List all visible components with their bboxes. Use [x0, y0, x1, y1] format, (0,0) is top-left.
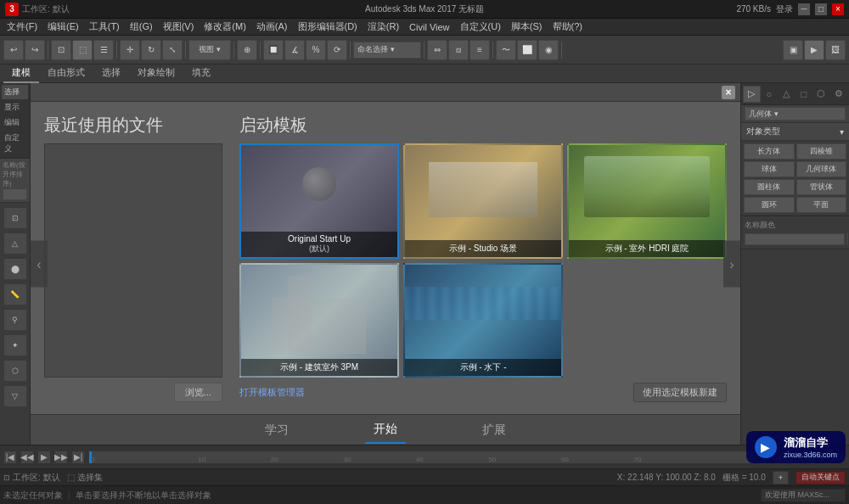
object-type-header[interactable]: 对象类型 ▾ [741, 123, 849, 141]
cmd-tab-custom[interactable]: 自定义 [2, 131, 28, 156]
menu-item-render[interactable]: 渲染(R) [363, 19, 404, 35]
obj-box-btn[interactable]: 长方体 [744, 143, 795, 160]
maxscript-input[interactable]: 欢迎使用 MAXSc... [761, 489, 846, 502]
cmd-tab-select[interactable]: 选择 [2, 85, 28, 99]
rp-icon-utilities[interactable]: ⚙ [830, 86, 847, 103]
obj-tube-btn[interactable]: 管状体 [796, 179, 847, 195]
menu-item-animation[interactable]: 动画(A) [251, 19, 293, 35]
template-original[interactable]: Original Start Up (默认) [239, 143, 399, 259]
menu-item-file[interactable]: 文件(F) [2, 19, 42, 35]
menu-item-custom[interactable]: 自定义(U) [455, 19, 506, 35]
dialog-close-btn[interactable]: × [722, 86, 735, 99]
tab-modeling[interactable]: 建模 [3, 64, 39, 83]
tab-paint[interactable]: 对象绘制 [129, 64, 183, 83]
material-btn[interactable]: ◉ [538, 40, 559, 60]
snap-percent-btn[interactable]: % [306, 40, 326, 60]
timeline-forward-btn[interactable]: ▶▶ [54, 451, 68, 464]
menu-item-modifier[interactable]: 修改器(M) [199, 19, 251, 35]
menu-item-help[interactable]: 帮助(?) [548, 19, 588, 35]
render-frame-btn[interactable]: 🖼 [825, 40, 846, 60]
rp-icon-modify[interactable]: ○ [761, 86, 778, 103]
open-template-manager-link[interactable]: 打开模板管理器 [239, 386, 305, 399]
menu-item-script[interactable]: 脚本(S) [506, 19, 548, 35]
dialog-tab-extend[interactable]: 扩展 [474, 417, 514, 443]
rp-icon-motion[interactable]: □ [796, 86, 812, 103]
snap-angle-btn[interactable]: ∡ [284, 40, 305, 60]
tab-select[interactable]: 选择 [93, 64, 129, 83]
timeline-play-btn[interactable]: ▶ [37, 451, 51, 464]
undo-btn[interactable]: ↩ [3, 40, 24, 60]
rp-icon-display[interactable]: ⬡ [812, 86, 829, 103]
maximize-btn[interactable]: □ [815, 3, 827, 15]
menu-item-tools[interactable]: 工具(T) [84, 19, 125, 35]
tool-select-icon[interactable]: ⊡ [3, 207, 27, 229]
timeline-back-btn[interactable]: ◀◀ [20, 451, 34, 464]
redo-btn[interactable]: ↪ [25, 40, 45, 60]
select-region-btn[interactable]: ⬚ [72, 40, 93, 60]
align-btn[interactable]: ⧈ [448, 40, 469, 60]
tool-measure-icon[interactable]: 📏 [3, 283, 27, 305]
obj-geosphere-btn[interactable]: 几何球体 [796, 161, 847, 177]
menu-item-view[interactable]: 视图(V) [158, 19, 200, 35]
name-input[interactable] [3, 188, 27, 200]
template-underwater[interactable]: 示例 - 水下 - [403, 263, 563, 378]
tool-filter-icon[interactable]: ▽ [3, 385, 27, 407]
tool-paint-icon[interactable]: ⬤ [3, 258, 27, 280]
layer-btn[interactable]: ≡ [469, 40, 490, 60]
named-sel-btn[interactable]: 命名选择 ▾ [353, 42, 421, 59]
mirror-btn[interactable]: ⇔ [427, 40, 447, 60]
template-hdri[interactable]: 示例 - 室外 HDRI 庭院 [567, 143, 727, 259]
render-setup-btn[interactable]: ▣ [783, 40, 803, 60]
tool-extra1-icon[interactable]: ✦ [3, 334, 27, 356]
create-type-btn[interactable]: 几何体 ▾ [745, 107, 846, 120]
ref-coord-btn[interactable]: 视图 ▾ [188, 40, 231, 60]
add-time-btn[interactable]: + [773, 471, 789, 484]
obj-pyramid-btn[interactable]: 四棱锥 [796, 143, 847, 160]
scale-btn[interactable]: ⤡ [162, 40, 183, 60]
obj-cylinder-btn[interactable]: 圆柱体 [744, 179, 795, 195]
move-btn[interactable]: ✛ [120, 40, 140, 60]
dialog-tab-learn[interactable]: 学习 [256, 417, 297, 443]
viewport-left-arrow[interactable]: ‹ [31, 241, 48, 288]
browse-button[interactable]: 浏览... [174, 383, 222, 402]
rotate-btn[interactable]: ↻ [141, 40, 161, 60]
menu-item-civil[interactable]: Civil View [404, 20, 454, 34]
timeline-start-btn[interactable]: |◀ [3, 451, 17, 464]
close-btn[interactable]: × [832, 3, 844, 15]
template-architecture[interactable]: 示例 - 建筑室外 3PM [239, 263, 399, 378]
selection-label[interactable]: ⬚ 选择集 [67, 472, 103, 484]
obj-plane-btn[interactable]: 平面 [796, 197, 847, 213]
cmd-tab-display[interactable]: 显示 [2, 100, 28, 115]
viewport-right-arrow[interactable]: › [723, 241, 740, 288]
use-template-btn[interactable]: 使用选定模板新建 [633, 383, 727, 402]
tool-magnet-icon[interactable]: ⚲ [3, 309, 27, 331]
cmd-tab-edit[interactable]: 编辑 [2, 115, 28, 130]
schematic-btn[interactable]: ⬜ [517, 40, 537, 60]
snap-btn[interactable]: 🔲 [263, 40, 284, 60]
select-type-btn[interactable]: ☰ [93, 40, 114, 60]
auto-key-btn[interactable]: 自动关键点 [796, 471, 846, 484]
menu-item-graph[interactable]: 图形编辑器(D) [293, 19, 363, 35]
menu-item-edit[interactable]: 编辑(E) [42, 19, 84, 35]
color-swatch-btn[interactable] [846, 233, 848, 245]
tool-polygon-icon[interactable]: △ [3, 232, 27, 255]
obj-sphere-btn[interactable]: 球体 [744, 161, 795, 177]
timeline-slider[interactable]: 0 10 20 30 40 50 60 70 [88, 451, 816, 464]
rp-icon-create[interactable]: ▷ [743, 86, 761, 103]
render-btn[interactable]: ▶ [804, 40, 824, 60]
object-name-input[interactable] [745, 233, 845, 245]
tab-freeform[interactable]: 自由形式 [39, 64, 93, 83]
template-studio[interactable]: 示例 - Studio 场景 [403, 143, 563, 259]
tab-fill[interactable]: 填充 [183, 64, 219, 83]
obj-torus-btn[interactable]: 圆环 [744, 197, 795, 213]
timeline-end-btn[interactable]: ▶| [71, 451, 85, 464]
minimize-btn[interactable]: ─ [798, 3, 810, 15]
dialog-tab-start[interactable]: 开始 [365, 417, 406, 444]
rp-icon-hierarchy[interactable]: △ [778, 86, 795, 103]
pivot-btn[interactable]: ⊕ [237, 40, 257, 60]
menu-item-group[interactable]: 组(G) [125, 19, 158, 35]
curve-editor-btn[interactable]: 〜 [496, 40, 516, 60]
select-btn[interactable]: ⊡ [51, 40, 71, 60]
snap-spin-btn[interactable]: ⟳ [327, 40, 347, 60]
tool-extra2-icon[interactable]: ⬡ [3, 360, 27, 382]
